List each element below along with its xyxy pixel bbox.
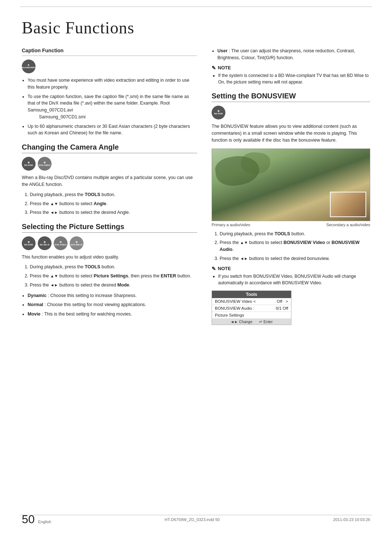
picture-settings-badges: ⊕ BD-ROM ⊕ BD-RE/-R ⊕ DVD-VIDEO ⊕ DVD-RW… — [22, 236, 197, 250]
camera-angle-intro: When a Blu-ray Disc/DVD contains multipl… — [22, 174, 197, 188]
divx-badge: ⊕ DivX/MO/MP4 — [22, 60, 36, 73]
divx-badge-label: DivX/MO/MP4 — [22, 66, 36, 69]
user-mode-list: User : The user can adjust the sharpness… — [212, 48, 370, 61]
tools-row-3-label: Picture Settings — [215, 313, 244, 317]
bonusview-title: Setting the BONUSVIEW — [212, 92, 370, 102]
secondary-label: Secondary a audio/video — [326, 223, 370, 227]
bdrom-badge-bonusview: ⊕ BD-ROM — [212, 106, 225, 119]
picture-settings-note: ✎ NOTE If the system is connected to a B… — [212, 65, 370, 85]
picture-step-1: During playback, press the TOOLS button. — [30, 264, 197, 270]
dvdvideo-badge-1: ⊕ DVD-VIDEO — [38, 157, 52, 171]
note-title-1: ✎ NOTE — [212, 65, 370, 71]
page-footer: 50 English HT-D6759W_ZG_0323.indd 50 201… — [22, 513, 370, 526]
bonusview-step-1: During playback, press the TOOLS button. — [220, 231, 370, 237]
picture-settings-intro: This function enables you to adjust vide… — [22, 254, 197, 261]
mode-normal: Normal : Choose this setting for most vi… — [28, 301, 197, 308]
tools-row-2-label: BONUSVIEW Audio : — [215, 306, 254, 310]
footer-date: 2011-03-23 10:03:26 — [333, 517, 370, 522]
picture-settings-title: Selecting the Picture Settings — [22, 223, 197, 233]
right-column: User : The user can adjust the sharpness… — [208, 48, 370, 329]
bonusview-image — [212, 149, 370, 221]
page-title: Basic Functions — [22, 18, 370, 37]
bonusview-step-2: Press the ▲▼ buttons to select BONUSVIEW… — [220, 239, 370, 253]
divx-badge-icon: ⊕ — [28, 64, 29, 66]
caption-bullet-1: You must have some experience with video… — [28, 77, 197, 91]
mode-dynamic: Dynamic : Choose this setting to increas… — [28, 292, 197, 299]
picture-settings-steps: During playback, press the TOOLS button.… — [22, 264, 197, 288]
tools-menu-footer: ◄► Change ↵ Enter — [212, 319, 291, 325]
bdrom-badge-2: ⊕ BD-ROM — [22, 236, 36, 250]
bonusview-secondary-image — [330, 192, 366, 217]
bonusview-badges: ⊕ BD-ROM — [212, 106, 370, 119]
camera-angle-badges: ⊕ BD-ROM ⊕ DVD-VIDEO — [22, 157, 197, 171]
tools-row-2: BONUSVIEW Audio : 0/1 Off — [212, 305, 291, 312]
bonusview-image-labels: Primary a audio/video Secondary a audio/… — [212, 223, 370, 227]
page-number: 50 — [22, 513, 35, 526]
bdrei-badge: ⊕ BD-RE/-R — [38, 236, 52, 250]
camera-step-2: Press the ▲▼ buttons to select Angle. — [30, 200, 197, 207]
bonusview-section: Setting the BONUSVIEW ⊕ BD-ROM The BONUS… — [212, 92, 370, 325]
note-list-1: If the system is connected to a BD Wise-… — [212, 72, 370, 85]
tools-menu: Tools BONUSVIEW Video < Off > BONUSVIEW … — [212, 290, 291, 325]
camera-step-3: Press the ◄► buttons to select the desir… — [30, 209, 197, 216]
tools-menu-header: Tools — [212, 291, 291, 298]
note-list-2: If you switch from BONUSVIEW Video, BONU… — [212, 273, 370, 286]
bonusview-steps: During playback, press the TOOLS button.… — [212, 231, 370, 262]
tools-row-2-value: 0/1 Off — [276, 306, 288, 310]
note-label-2: NOTE — [218, 266, 231, 271]
bonusview-secondary-bg — [331, 192, 366, 216]
dvdrw-badge: ⊕ DVD-RW/+R — [70, 236, 83, 250]
note-item-1: If the system is connected to a BD Wise-… — [218, 72, 370, 85]
picture-settings-section: Selecting the Picture Settings ⊕ BD-ROM … — [22, 223, 197, 318]
two-column-layout: Caption Function ⊕ DivX/MO/MP4 You must … — [22, 48, 370, 329]
caption-bullet-3: Up to 60 alphanumeric characters or 30 E… — [28, 123, 197, 137]
note-icon-1: ✎ — [212, 65, 216, 71]
picture-step-3: Press the ◄► buttons to select the desir… — [30, 282, 197, 289]
tools-row-1: BONUSVIEW Video < Off > — [212, 298, 291, 305]
user-mode-item: User : The user can adjust the sharpness… — [217, 48, 370, 61]
note-icon-2: ✎ — [212, 266, 216, 272]
tools-row-1-value: Off > — [277, 299, 288, 304]
tools-footer-enter: ↵ Enter — [259, 320, 273, 324]
picture-modes-list: Dynamic : Choose this setting to increas… — [22, 292, 197, 318]
caption-function-section: Caption Function ⊕ DivX/MO/MP4 You must … — [22, 48, 197, 137]
camera-step-1: During playback, press the TOOLS button. — [30, 191, 197, 198]
bonusview-note: ✎ NOTE If you switch from BONUSVIEW Vide… — [212, 266, 370, 286]
caption-bullet-2: To use the caption function, save the ca… — [28, 93, 197, 121]
footer-left: 50 English — [22, 513, 51, 526]
mode-movie: Movie : This is the best setting for wat… — [28, 311, 197, 318]
camera-angle-steps: During playback, press the TOOLS button.… — [22, 191, 197, 216]
bonusview-intro: The BONUSVIEW feature allows you to view… — [212, 123, 370, 144]
camera-angle-title: Changing the Camera Angle — [22, 143, 197, 153]
left-column: Caption Function ⊕ DivX/MO/MP4 You must … — [22, 48, 197, 329]
caption-bullet-list: You must have some experience with video… — [22, 77, 197, 137]
tools-footer-change: ◄► Change — [230, 320, 252, 324]
caption-function-title: Caption Function — [22, 48, 197, 53]
footer-file: HT-D6759W_ZG_0323.indd 50 — [165, 517, 220, 522]
dvdvideo-badge-2: ⊕ DVD-VIDEO — [54, 236, 68, 250]
caption-badges: ⊕ DivX/MO/MP4 — [22, 60, 197, 73]
camera-angle-section: Changing the Camera Angle ⊕ BD-ROM ⊕ DVD… — [22, 143, 197, 216]
note-title-2: ✎ NOTE — [212, 266, 370, 272]
bdrom-badge-1: ⊕ BD-ROM — [22, 157, 36, 171]
note-label-1: NOTE — [218, 65, 231, 70]
primary-label: Primary a audio/video — [212, 223, 250, 227]
tools-row-1-label: BONUSVIEW Video < — [215, 299, 256, 304]
footer-language: English — [38, 520, 51, 524]
tools-row-3: Picture Settings — [212, 312, 291, 319]
caption-divider — [22, 56, 197, 56]
page: Basic Functions Caption Function ⊕ DivX/… — [0, 0, 392, 537]
note-item-2: If you switch from BONUSVIEW Video, BONU… — [218, 273, 370, 286]
picture-step-2: Press the ▲▼ buttons to select Picture S… — [30, 273, 197, 280]
bonusview-step-3: Press the ◄► buttons to select the desir… — [220, 255, 370, 262]
